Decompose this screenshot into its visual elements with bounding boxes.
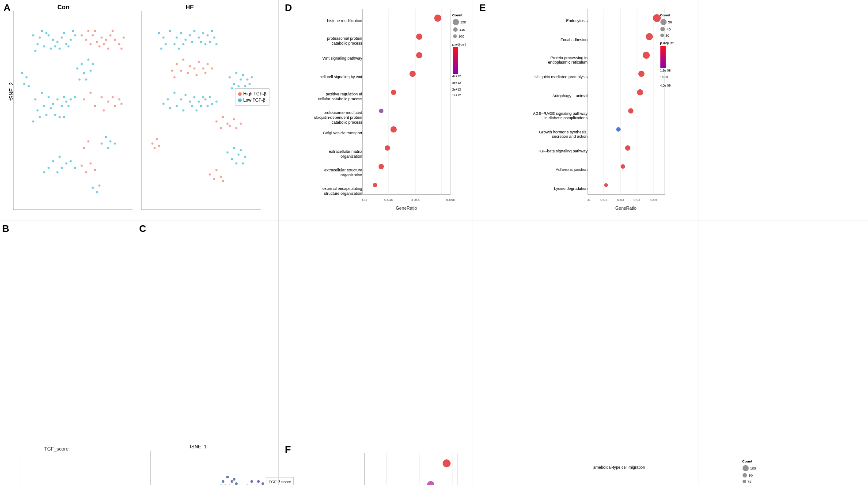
svg-point-129	[178, 48, 180, 50]
svg-text:0.04: 0.04	[633, 198, 641, 202]
panel-a-hf-scatter	[141, 11, 261, 210]
svg-point-49	[74, 167, 76, 169]
panel-f-label: F	[285, 444, 291, 455]
svg-point-61	[21, 72, 23, 74]
panel-f-legend: Count 100 90 75 p.adjust 2.0e-10 1.5e-10…	[742, 459, 756, 485]
svg-point-131	[174, 92, 176, 94]
panel-a-label: A	[4, 2, 11, 14]
svg-point-142	[207, 105, 209, 107]
panel-g: G 0.055 0.06 0.08	[477, 221, 698, 485]
svg-text:GeneRatio: GeneRatio	[615, 206, 637, 211]
svg-point-112	[180, 32, 182, 34]
svg-point-478	[743, 480, 746, 483]
svg-point-124	[211, 30, 213, 32]
svg-point-41	[52, 160, 54, 163]
svg-point-86	[123, 37, 125, 39]
svg-point-165	[240, 149, 242, 152]
svg-text:GeneRatio: GeneRatio	[396, 206, 417, 211]
svg-point-159	[231, 87, 233, 90]
svg-point-127	[158, 32, 160, 34]
svg-point-433	[646, 33, 653, 40]
svg-point-151	[235, 72, 238, 74]
svg-point-187	[229, 125, 231, 127]
panel-c-title: tSNE_1	[190, 444, 207, 449]
svg-rect-0	[13, 11, 133, 210]
svg-text:0.040: 0.040	[384, 198, 394, 202]
svg-point-138	[198, 101, 200, 103]
svg-point-29	[61, 105, 63, 107]
svg-point-152	[240, 79, 242, 81]
svg-point-126	[216, 43, 218, 45]
svg-point-20	[72, 30, 74, 32]
svg-point-174	[193, 68, 196, 70]
svg-point-303	[226, 476, 229, 478]
svg-point-410	[379, 109, 383, 113]
svg-point-70	[81, 34, 83, 37]
svg-point-53	[76, 68, 79, 70]
svg-point-94	[114, 105, 116, 107]
svg-point-75	[101, 37, 103, 39]
svg-point-408	[409, 71, 416, 77]
svg-point-144	[211, 103, 213, 105]
svg-point-51	[83, 72, 85, 74]
svg-point-54	[85, 79, 87, 81]
panel-a-con-title: Con	[57, 4, 69, 11]
panel-d-legend: Count 120 110 100 p.adjust 4e+12 3e+12 2…	[452, 13, 466, 97]
svg-text:0.050: 0.050	[446, 198, 455, 202]
svg-point-171	[189, 65, 191, 68]
svg-point-135	[189, 101, 191, 103]
svg-point-74	[96, 41, 99, 43]
svg-point-46	[70, 160, 72, 163]
svg-point-190	[240, 123, 242, 125]
svg-point-172	[180, 70, 182, 72]
svg-point-168	[242, 163, 244, 165]
svg-point-100	[90, 163, 92, 165]
svg-point-150	[229, 76, 231, 79]
svg-point-141	[205, 99, 207, 101]
svg-point-292	[250, 480, 253, 483]
svg-point-153	[233, 83, 235, 85]
svg-point-191	[209, 174, 211, 176]
svg-point-6	[57, 41, 59, 43]
svg-point-167	[235, 163, 238, 165]
svg-point-68	[96, 191, 99, 193]
svg-point-4	[37, 43, 39, 45]
svg-point-180	[211, 68, 213, 70]
svg-point-158	[244, 85, 246, 87]
svg-point-95	[118, 99, 121, 101]
svg-point-307	[233, 478, 235, 481]
svg-point-52	[87, 59, 90, 61]
svg-point-405	[434, 15, 441, 22]
svg-point-441	[604, 183, 608, 187]
svg-point-436	[637, 89, 643, 95]
panel-a-legend-low: Low TGF-β	[243, 98, 265, 102]
svg-point-149	[216, 101, 218, 103]
svg-point-103	[87, 140, 90, 143]
svg-point-44	[48, 167, 50, 169]
svg-point-13	[34, 50, 37, 52]
panel-a-legend: High TGF-β Low TGF-β	[235, 88, 269, 106]
svg-point-424	[453, 34, 457, 38]
svg-rect-453	[660, 46, 666, 68]
panel-a: A Con HF tSNE_2	[0, 0, 274, 221]
svg-point-450	[660, 19, 667, 25]
svg-point-91	[107, 101, 110, 103]
svg-rect-425	[453, 47, 458, 74]
svg-point-80	[110, 34, 112, 37]
panel-e: E 0.01 0.02 0.03 0	[477, 0, 676, 221]
svg-point-73	[92, 34, 94, 37]
svg-point-43	[65, 163, 68, 165]
panel-a-hf-title: HF	[186, 4, 194, 11]
svg-point-156	[238, 85, 240, 87]
svg-point-177	[196, 74, 198, 76]
svg-point-296	[257, 480, 260, 483]
panel-c-label: C	[139, 223, 146, 235]
svg-point-194	[213, 178, 216, 180]
svg-point-122	[207, 34, 209, 37]
svg-point-47	[43, 171, 45, 174]
svg-point-188	[233, 118, 235, 121]
svg-point-412	[385, 145, 390, 151]
panel-b-label: B	[2, 223, 9, 235]
svg-point-111	[174, 43, 176, 45]
svg-point-55	[90, 70, 92, 72]
